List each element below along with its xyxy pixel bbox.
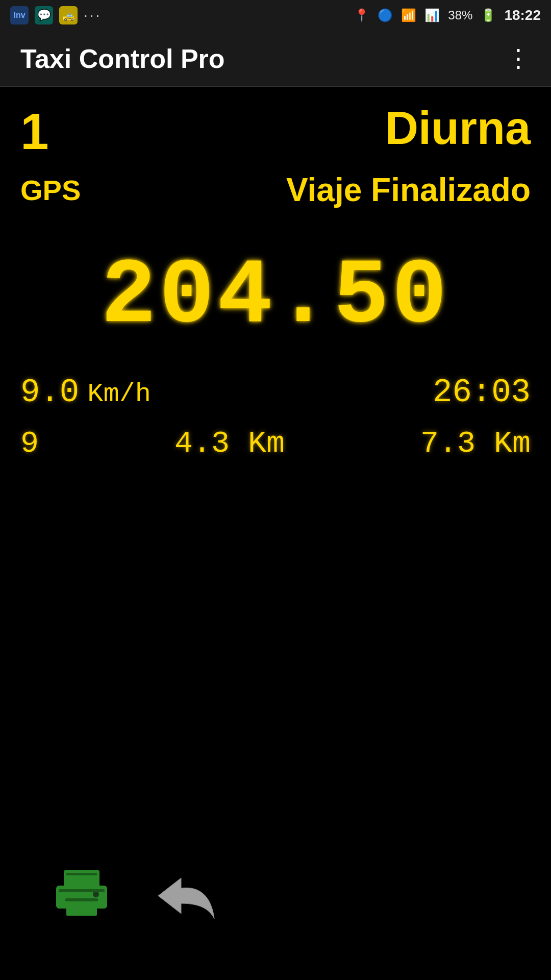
gps-label: GPS bbox=[20, 174, 81, 207]
trip-mode: Diurna bbox=[385, 102, 531, 155]
reply-icon bbox=[153, 870, 219, 921]
menu-button[interactable]: ⋮ bbox=[506, 46, 531, 71]
fare-amount: 204.50 bbox=[101, 244, 450, 349]
status-bar: Inv 💬 🚕 ··· 📍 🔵 📶 📊 38% 🔋 18:22 bbox=[0, 0, 551, 31]
taxi-icon: 🚕 bbox=[59, 6, 78, 24]
status-right-info: 📍 🔵 📶 📊 38% 🔋 18:22 bbox=[354, 7, 541, 23]
distance-partial: 4.3 Km bbox=[174, 426, 285, 461]
print-button[interactable] bbox=[51, 868, 112, 924]
location-icon: 📍 bbox=[354, 8, 369, 22]
bluetooth-icon: 🔵 bbox=[378, 8, 393, 22]
whatsapp-icon: 💬 bbox=[35, 6, 53, 24]
top-row: 1 Diurna bbox=[20, 102, 531, 161]
clock: 18:22 bbox=[504, 7, 541, 23]
button-row bbox=[20, 847, 531, 965]
main-content: 1 Diurna GPS Viaje Finalizado 204.50 9.0… bbox=[0, 87, 551, 980]
signal-icon: 📊 bbox=[424, 8, 440, 22]
timer-display: 26:03 bbox=[433, 374, 531, 411]
stops-count: 9 bbox=[20, 426, 39, 461]
stats-row-1: 9.0 Km/h 26:03 bbox=[20, 374, 531, 411]
trip-number: 1 bbox=[20, 102, 49, 161]
svg-rect-4 bbox=[66, 873, 97, 875]
speed-unit: Km/h bbox=[87, 379, 151, 409]
svg-rect-3 bbox=[66, 901, 97, 916]
svg-rect-2 bbox=[65, 898, 98, 901]
spacer bbox=[20, 481, 531, 847]
back-button[interactable] bbox=[153, 870, 219, 921]
fare-display: 204.50 bbox=[20, 244, 531, 349]
app-bar: Taxi Control Pro ⋮ bbox=[0, 31, 551, 87]
trip-status: Viaje Finalizado bbox=[286, 171, 531, 209]
svg-rect-6 bbox=[59, 889, 105, 892]
status-left-icons: Inv 💬 🚕 ··· bbox=[10, 6, 102, 24]
app-title: Taxi Control Pro bbox=[20, 43, 225, 74]
inv-icon: Inv bbox=[10, 6, 29, 24]
more-dots: ··· bbox=[84, 7, 102, 23]
battery-icon: 🔋 bbox=[481, 8, 496, 22]
distance-total: 7.3 Km bbox=[420, 426, 531, 461]
gps-status-row: GPS Viaje Finalizado bbox=[20, 171, 531, 209]
battery-percent: 38% bbox=[448, 8, 472, 22]
speed-display: 9.0 Km/h bbox=[20, 374, 151, 411]
speed-value: 9.0 bbox=[20, 374, 79, 411]
wifi-icon: 📶 bbox=[401, 8, 416, 22]
stats-row-2: 9 4.3 Km 7.3 Km bbox=[20, 426, 531, 461]
printer-icon bbox=[51, 868, 112, 924]
